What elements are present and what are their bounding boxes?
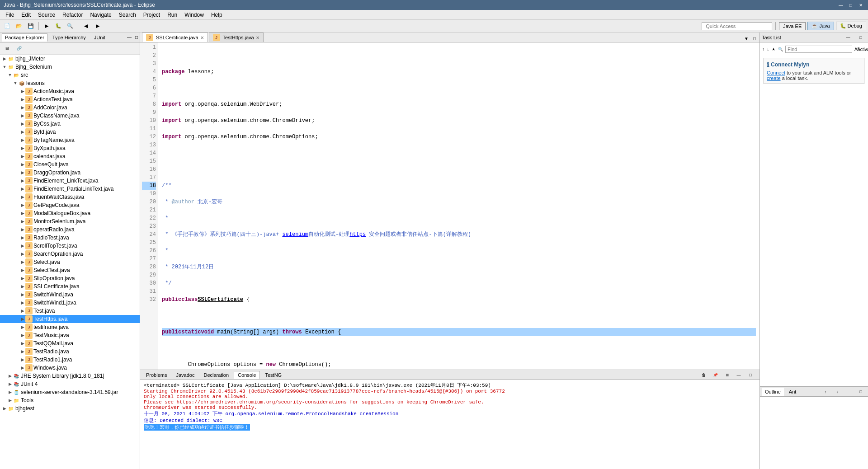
close-button[interactable]: ✕ [857, 1, 864, 9]
tab-problems[interactable]: Problems [142, 371, 171, 379]
menu-help[interactable]: Help [208, 11, 226, 19]
tree-item-operatradio[interactable]: ▶ J operatRadio.java [0, 225, 140, 234]
tree-item-switchwind[interactable]: ▶ J SwitchWind.java [0, 291, 140, 299]
tab-outline[interactable]: Outline [762, 388, 784, 396]
tree-item-actionstest[interactable]: ▶ J ActionsTest.java [0, 95, 140, 103]
mylyn-create-link[interactable]: create [767, 75, 781, 81]
right-panel-maximize-btn[interactable]: □ [855, 33, 866, 42]
tree-item-jre[interactable]: ▶ 📚 JRE System Library [jdk1.8.0_181] [0, 372, 140, 380]
task-list-toolbar-btn1[interactable]: ↑ [762, 44, 765, 54]
tree-item-sslcertificate[interactable]: ▶ J SSLCertificate.java [0, 282, 140, 291]
java-perspective-button[interactable]: ☕ Java [807, 22, 834, 30]
link-editor-button[interactable]: 🔗 [14, 43, 24, 53]
editor-maximize-icon[interactable]: □ [751, 35, 758, 42]
mylyn-connect-link[interactable]: Connect [767, 70, 785, 75]
tab-javadoc[interactable]: Javadoc [172, 371, 198, 379]
tree-item-findelement-linktext[interactable]: ▶ J FindElement_LinkText.java [0, 177, 140, 185]
outline-minimize-btn[interactable]: — [844, 387, 854, 397]
tree-item-lessons[interactable]: ▼ 📦 lessons [0, 79, 140, 87]
tree-item-slipopration[interactable]: ▶ J SlipOpration.java [0, 274, 140, 282]
explorer-content[interactable]: ▶ 📁 bjhg_JMeter ▼ 📁 Bjhg_Selenium ▼ 📂 sr… [0, 55, 140, 469]
tree-item-bycss[interactable]: ▶ J ByCss.java [0, 120, 140, 128]
forward-button[interactable]: ▶ [92, 21, 103, 31]
menu-navigate[interactable]: Navigate [86, 11, 115, 19]
tree-item-selecttest[interactable]: ▶ J SelectTest.java [0, 266, 140, 274]
task-list-toolbar-btn2[interactable]: ↓ [767, 44, 770, 54]
tree-item-fluentwait[interactable]: ▶ J FluentWaitClass.java [0, 193, 140, 201]
menu-project[interactable]: Project [140, 11, 164, 19]
menu-edit[interactable]: Edit [18, 11, 34, 19]
tree-item-draggopration[interactable]: ▶ J DraggOpration.java [0, 169, 140, 177]
menu-search[interactable]: Search [115, 11, 140, 19]
tree-item-test[interactable]: ▶ J Test.java [0, 307, 140, 315]
run-last-button[interactable]: ▶ [41, 21, 52, 31]
tree-item-monitorselenium[interactable]: ▶ J MonitorSelenium.java [0, 217, 140, 225]
minimize-button[interactable]: — [837, 1, 844, 9]
tree-item-byid[interactable]: ▶ J ById.java [0, 128, 140, 136]
tree-item-byclassname[interactable]: ▶ J ByClassName.java [0, 112, 140, 120]
console-maximize-button[interactable]: □ [745, 370, 756, 380]
tree-item-getpagecode[interactable]: ▶ J GetPageCode.java [0, 201, 140, 209]
tab-type-hierarchy[interactable]: Type Hierarchy [49, 33, 89, 42]
tree-item-testqqmail[interactable]: ▶ J TestQQMail.java [0, 339, 140, 347]
tree-item-tools[interactable]: ▶ 📁 Tools [0, 396, 140, 404]
tree-item-addcolor[interactable]: ▶ J AddColor.java [0, 103, 140, 112]
tree-item-modaldialog[interactable]: ▶ J ModalDialogueBox.java [0, 209, 140, 217]
tree-item-selenium-jar[interactable]: ▶ 🫙 selenium-server-standalone-3.141.59.… [0, 388, 140, 396]
menu-run[interactable]: Run [164, 11, 181, 19]
console-clear-button[interactable]: 🗑 [698, 370, 709, 380]
debug-perspective-button[interactable]: 🐛 Debug [836, 22, 866, 30]
editor-area-menu-icon[interactable]: ▼ [742, 35, 750, 42]
task-list-toolbar-btn3[interactable]: ★ [771, 44, 776, 54]
task-list-find-input[interactable] [785, 46, 852, 53]
tree-item-switchwind1[interactable]: ▶ J SwitchWind1.java [0, 299, 140, 307]
tree-item-bjhg-selenium[interactable]: ▼ 📁 Bjhg_Selenium [0, 63, 140, 71]
outline-toolbar-btn2[interactable]: ↓ [832, 387, 843, 397]
tree-item-select[interactable]: ▶ J Select.java [0, 258, 140, 266]
menu-file[interactable]: File [2, 11, 18, 19]
tab-junit[interactable]: JUnit [91, 33, 108, 42]
console-stop-button[interactable]: ⏹ [722, 370, 732, 380]
tree-item-scrolltoptest[interactable]: ▶ J ScrollTopTest.java [0, 242, 140, 250]
tree-item-calendar[interactable]: ▶ J calendar.java [0, 152, 140, 160]
java-ee-perspective-button[interactable]: Java EE [779, 22, 806, 30]
outline-maximize-btn[interactable]: □ [855, 387, 866, 397]
outline-toolbar-btn1[interactable]: ↑ [820, 387, 831, 397]
tree-item-src[interactable]: ▼ 📂 src [0, 71, 140, 79]
menu-window[interactable]: Window [181, 11, 208, 19]
tab-declaration[interactable]: Declaration [199, 371, 233, 379]
menu-source[interactable]: Source [34, 11, 59, 19]
save-button[interactable]: 💾 [25, 21, 36, 31]
collapse-all-button[interactable]: ⊟ [2, 43, 13, 53]
search-toolbar-button[interactable]: 🔍 [65, 21, 75, 31]
tree-item-actionmusic[interactable]: ▶ J ActionMusic.java [0, 87, 140, 95]
maximize-button[interactable]: □ [847, 1, 854, 9]
menu-refactor[interactable]: Refactor [59, 11, 86, 19]
quick-access-input[interactable] [702, 22, 772, 30]
tab-testng[interactable]: TestNG [261, 371, 286, 379]
tree-item-searchopration[interactable]: ▶ J SearchOpration.java [0, 250, 140, 258]
back-button[interactable]: ◀ [80, 21, 91, 31]
open-button[interactable]: 📂 [14, 21, 24, 31]
tree-item-radiotest[interactable]: ▶ J RadioTest.java [0, 234, 140, 242]
tree-item-testiframe[interactable]: ▶ J testiframe.java [0, 323, 140, 331]
task-list-activate-btn[interactable]: Activate... [862, 44, 868, 54]
console-minimize-button[interactable]: — [733, 370, 744, 380]
tab-console[interactable]: Console [234, 371, 260, 379]
task-list-toolbar-btn4[interactable]: 🔍 [778, 44, 783, 54]
tree-item-testmusic[interactable]: ▶ J TestMusic.java [0, 331, 140, 339]
tree-item-testradio[interactable]: ▶ J TestRadio.java [0, 347, 140, 356]
new-button[interactable]: 📄 [2, 21, 13, 31]
tree-item-testhttps[interactable]: ▶ J TestHttps.java [0, 315, 140, 323]
close-tab-testhttps[interactable]: ✕ [256, 35, 259, 40]
tree-item-testradio1[interactable]: ▶ J TestRadio1.java [0, 356, 140, 364]
tree-item-bjhgtest[interactable]: ▶ 📁 bjhgtest [0, 404, 140, 413]
right-panel-minimize-btn[interactable]: — [843, 33, 854, 42]
debug-button[interactable]: 🐛 [53, 21, 64, 31]
tree-item-findelement-partiallinktext[interactable]: ▶ J FindElement_PartialLinkText.java [0, 185, 140, 193]
tree-item-windows[interactable]: ▶ J Windows.java [0, 364, 140, 372]
editor-tab-testhttps[interactable]: J TestHttps.java ✕ [209, 33, 264, 42]
code-content[interactable]: package lessons; import org.openqa.selen… [158, 42, 760, 370]
tab-package-explorer[interactable]: Package Explorer [2, 33, 47, 42]
tree-item-bjhg-jmeter[interactable]: ▶ 📁 bjhg_JMeter [0, 55, 140, 63]
